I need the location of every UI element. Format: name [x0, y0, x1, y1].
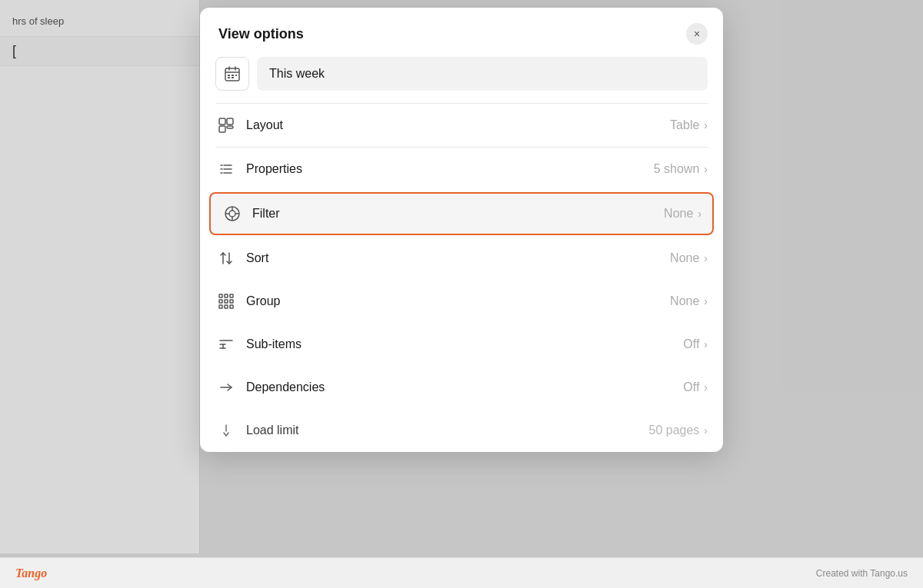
svg-rect-8 [232, 77, 234, 78]
sort-icon [215, 247, 237, 269]
svg-rect-6 [235, 75, 237, 76]
sort-value: None [670, 251, 699, 265]
subitems-chevron: › [704, 338, 708, 350]
subitems-label: Sub-items [246, 337, 683, 351]
layout-icon [215, 115, 237, 136]
bottom-bar: Tango Created with Tango.us [0, 557, 923, 588]
svg-rect-11 [219, 126, 225, 132]
filter-value: None [664, 207, 693, 221]
menu-item-filter[interactable]: Filter None › [209, 192, 714, 235]
svg-rect-27 [219, 294, 222, 297]
view-options-modal: View options × This week [200, 8, 723, 452]
group-icon [215, 291, 237, 312]
close-icon: × [694, 28, 700, 40]
svg-rect-4 [228, 75, 230, 76]
calendar-icon-box [215, 57, 249, 91]
loadlimit-value: 50 pages [648, 424, 699, 437]
modal-title: View options [218, 26, 304, 42]
layout-value: Table [670, 118, 699, 132]
calendar-icon [224, 65, 241, 82]
group-chevron: › [704, 295, 708, 307]
svg-rect-32 [230, 300, 233, 303]
loadlimit-icon [215, 420, 237, 441]
svg-rect-35 [230, 305, 233, 308]
loadlimit-label: Load limit [246, 424, 648, 437]
menu-item-properties[interactable]: Properties 5 shown › [200, 148, 723, 191]
close-button[interactable]: × [686, 23, 708, 45]
date-selector[interactable]: This week [257, 57, 708, 91]
filter-label: Filter [252, 207, 664, 221]
created-with-label: Created with Tango.us [816, 568, 908, 579]
properties-chevron: › [704, 163, 708, 175]
subitems-icon [215, 334, 237, 355]
svg-rect-31 [225, 300, 228, 303]
menu-item-subitems[interactable]: Sub-items Off › [200, 323, 723, 366]
dependencies-chevron: › [704, 381, 708, 394]
group-value: None [670, 294, 699, 308]
menu-item-layout[interactable]: Layout Table › [200, 104, 723, 147]
svg-rect-30 [219, 300, 222, 303]
loadlimit-chevron: › [704, 424, 708, 437]
group-label: Group [246, 294, 670, 308]
svg-rect-12 [227, 126, 233, 128]
modal-header: View options × [200, 8, 723, 57]
properties-icon [215, 158, 237, 180]
svg-rect-9 [219, 118, 225, 125]
menu-item-group[interactable]: Group None › [200, 280, 723, 323]
svg-rect-29 [230, 294, 233, 297]
menu-item-loadlimit[interactable]: Load limit 50 pages › [200, 409, 723, 452]
menu-item-dependencies[interactable]: Dependencies Off › [200, 366, 723, 409]
dependencies-icon [215, 377, 237, 398]
svg-rect-7 [228, 77, 230, 78]
sort-label: Sort [246, 251, 670, 265]
dependencies-label: Dependencies [246, 380, 683, 394]
layout-label: Layout [246, 118, 670, 132]
filter-icon [222, 203, 243, 224]
svg-rect-28 [225, 294, 228, 297]
menu-item-sort[interactable]: Sort None › [200, 237, 723, 280]
svg-point-20 [229, 211, 235, 217]
subitems-value: Off [683, 337, 699, 351]
sort-chevron: › [704, 252, 708, 264]
properties-value: 5 shown [654, 162, 700, 176]
tango-logo: Tango [15, 566, 47, 580]
svg-rect-34 [225, 305, 228, 308]
layout-chevron: › [704, 119, 708, 131]
svg-rect-10 [227, 118, 233, 125]
date-label: This week [269, 67, 325, 81]
filter-chevron: › [698, 208, 701, 220]
properties-label: Properties [246, 162, 654, 176]
date-row[interactable]: This week [215, 57, 708, 91]
svg-rect-33 [219, 305, 222, 308]
svg-rect-5 [232, 75, 234, 76]
dependencies-value: Off [683, 380, 699, 394]
